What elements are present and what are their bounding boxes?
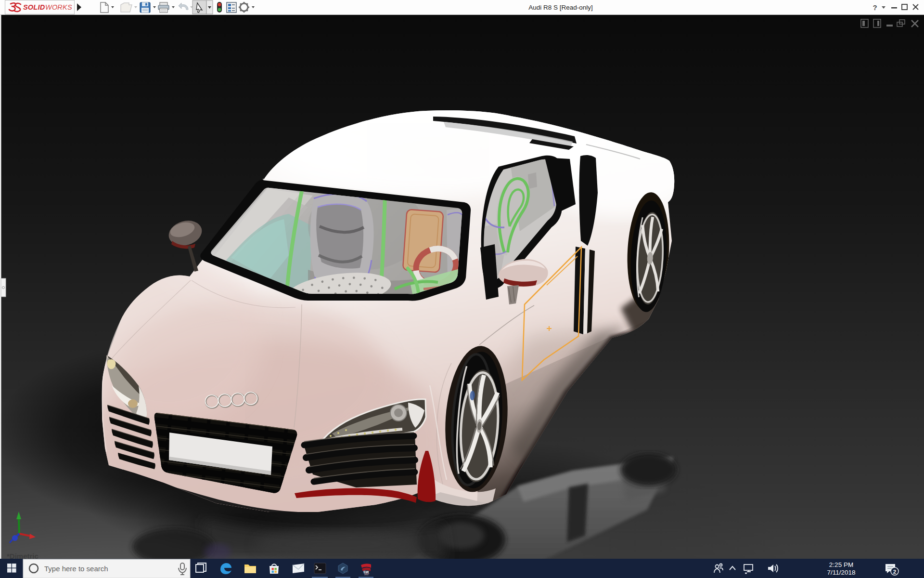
svg-text:SOLID: SOLID (23, 3, 45, 11)
svg-text:Type here to search: Type here to search (44, 565, 108, 573)
svg-text:7/11/2018: 7/11/2018 (827, 569, 855, 576)
svg-text:2017: 2017 (364, 573, 370, 576)
svg-text:WORKS: WORKS (45, 3, 72, 11)
svg-text:2:25 PM: 2:25 PM (829, 561, 853, 568)
svg-text:Audi R8 S [Read-only]: Audi R8 S [Read-only] (528, 4, 593, 11)
svg-text:2: 2 (893, 569, 896, 575)
svg-text:?: ? (873, 3, 877, 12)
